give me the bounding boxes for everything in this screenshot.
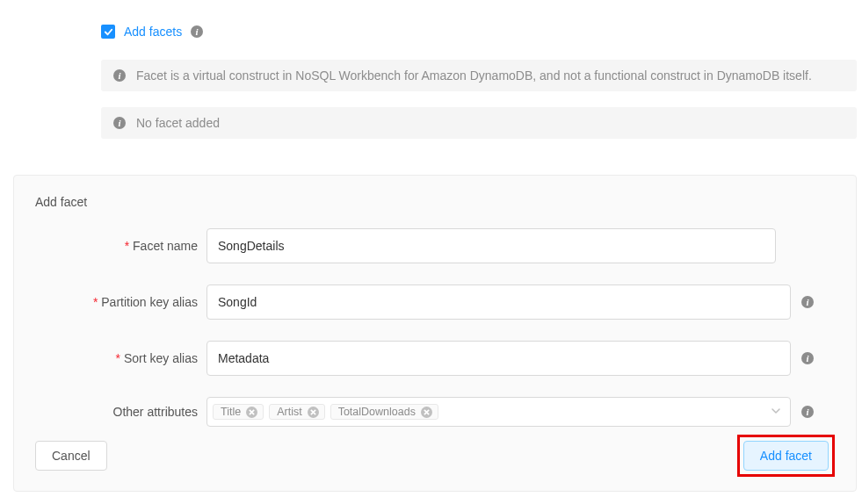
attribute-tag: Artist — [269, 404, 324, 420]
row-facet-name: Facet name — [35, 228, 835, 263]
tag-label: Title — [221, 406, 241, 418]
add-facet-button[interactable]: Add facet — [743, 441, 829, 471]
tag-label: Artist — [277, 406, 301, 418]
cancel-button[interactable]: Cancel — [35, 441, 107, 471]
label-sort-key-alias: Sort key alias — [35, 351, 206, 365]
facet-name-input[interactable] — [206, 228, 776, 263]
label-facet-name: Facet name — [35, 239, 206, 253]
attribute-tag: Title — [213, 404, 264, 420]
add-facets-checkbox[interactable] — [101, 25, 115, 39]
no-facet-banner: i No facet added — [101, 107, 857, 139]
remove-tag-icon[interactable] — [246, 407, 257, 418]
row-sort-key-alias: Sort key alias i — [35, 341, 835, 376]
panel-title: Add facet — [35, 195, 835, 209]
other-attributes-select[interactable]: Title Artist TotalDownloads — [206, 397, 791, 427]
add-facets-label[interactable]: Add facets — [124, 25, 182, 39]
add-facet-highlight: Add facet — [737, 435, 835, 477]
info-icon: i — [113, 117, 126, 129]
panel-footer: Cancel Add facet — [35, 435, 835, 477]
attribute-tag: TotalDownloads — [330, 404, 438, 420]
banner-text: No facet added — [136, 116, 220, 130]
tag-label: TotalDownloads — [338, 406, 416, 418]
add-facets-toggle-row: Add facets i — [101, 25, 862, 39]
remove-tag-icon[interactable] — [308, 407, 319, 418]
row-other-attributes: Other attributes Title Artist TotalDownl… — [35, 397, 835, 427]
sort-key-alias-input[interactable] — [206, 341, 791, 376]
label-partition-key-alias: Partition key alias — [35, 295, 206, 309]
add-facet-panel: Add facet Facet name Partition key alias… — [13, 175, 857, 492]
remove-tag-icon[interactable] — [421, 407, 432, 418]
check-icon — [104, 27, 113, 37]
banner-text: Facet is a virtual construct in NoSQL Wo… — [136, 68, 812, 83]
facet-definition-banner: i Facet is a virtual construct in NoSQL … — [101, 60, 857, 91]
info-icon[interactable]: i — [801, 406, 814, 418]
info-icon: i — [113, 69, 126, 82]
label-other-attributes: Other attributes — [35, 405, 206, 419]
chevron-down-icon — [771, 405, 781, 419]
info-icon[interactable]: i — [801, 296, 814, 308]
info-icon[interactable]: i — [801, 352, 814, 364]
row-partition-key-alias: Partition key alias i — [35, 284, 835, 320]
partition-key-alias-input[interactable] — [206, 284, 791, 320]
info-icon[interactable]: i — [191, 25, 203, 38]
